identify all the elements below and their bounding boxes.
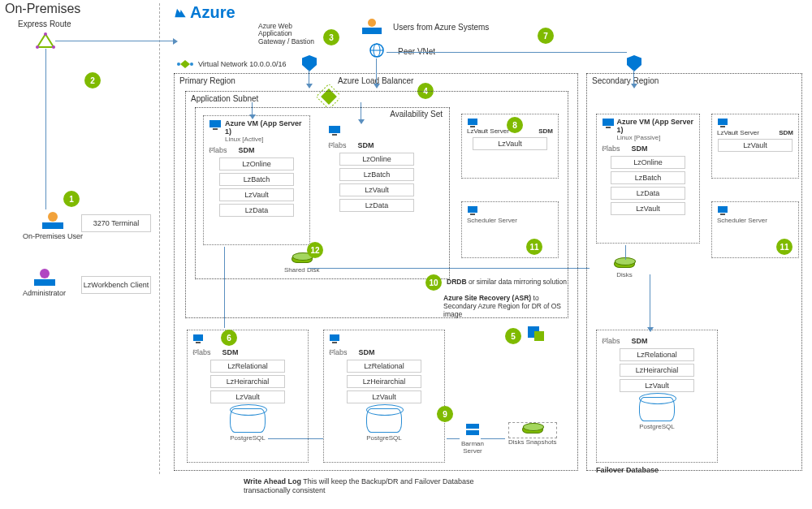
monitor-icon bbox=[467, 118, 478, 127]
snapshots: Disks Snapshots bbox=[508, 422, 557, 446]
monitor-icon bbox=[717, 205, 728, 215]
db2-label: PostgreSQL bbox=[329, 434, 439, 442]
vm1-sdm: SDM bbox=[238, 146, 254, 154]
vm2-mod-0: LzOnline bbox=[339, 153, 414, 166]
badge-11b: 11 bbox=[776, 239, 793, 255]
vm2-sdm: SDM bbox=[357, 141, 374, 149]
line-gw-lb bbox=[309, 70, 309, 84]
monitor-icon bbox=[328, 125, 341, 138]
svg-point-3 bbox=[36, 45, 39, 49]
svg-rect-27 bbox=[466, 430, 479, 435]
sec-lzvault-label: LzVault Server bbox=[717, 129, 759, 136]
db-icon bbox=[366, 408, 402, 433]
secondary-region-label: Secondary Region bbox=[592, 76, 659, 85]
availability-set-label: Availability Set bbox=[390, 110, 443, 119]
sec-lzvault-sdm: SDM bbox=[779, 129, 793, 136]
svg-marker-9 bbox=[180, 60, 190, 68]
express-route-icon bbox=[36, 32, 55, 50]
svg-rect-18 bbox=[468, 119, 477, 125]
badge-12: 12 bbox=[307, 242, 323, 258]
line-onprem-v bbox=[45, 49, 46, 209]
admin-label: Administrator bbox=[23, 289, 66, 297]
line-sec-down bbox=[633, 70, 634, 84]
sec-lzvault-box: LzVault Server SDM LzVault bbox=[711, 114, 799, 179]
svg-rect-36 bbox=[42, 222, 63, 229]
svg-rect-29 bbox=[534, 331, 544, 341]
db2-sdm: SDM bbox=[358, 348, 374, 356]
line-vm1-db1 bbox=[224, 247, 225, 328]
badge-10: 10 bbox=[425, 274, 442, 291]
app-subnet-label: Application Subnet bbox=[191, 94, 258, 103]
svg-rect-21 bbox=[470, 214, 475, 215]
monitor-icon bbox=[329, 334, 340, 343]
sec-db-sdm: SDM bbox=[631, 337, 647, 345]
sec-db-mod-2: LzVault bbox=[620, 379, 694, 392]
badge-1: 1 bbox=[63, 191, 80, 207]
svg-rect-16 bbox=[329, 126, 340, 133]
svg-point-2 bbox=[52, 45, 55, 49]
badge-11a: 11 bbox=[526, 239, 542, 255]
sec-vm-mod-0: LzOnline bbox=[611, 156, 685, 169]
line-er-azure bbox=[55, 41, 174, 41]
svg-rect-20 bbox=[468, 206, 477, 213]
svg-point-5 bbox=[368, 19, 376, 27]
vm1-mod-2: LzVault bbox=[219, 188, 294, 201]
vnet-icon bbox=[177, 58, 193, 70]
lzvault-server-label: LzVault Server bbox=[467, 127, 509, 135]
barman-label: Barman Server bbox=[461, 440, 484, 455]
svg-rect-17 bbox=[332, 134, 337, 136]
db2-mod-2: LzVault bbox=[347, 390, 421, 403]
db-icon bbox=[639, 397, 675, 421]
primary-region-label: Primary Region bbox=[179, 76, 235, 85]
monitor-icon bbox=[467, 205, 478, 215]
internet-icon bbox=[369, 42, 385, 60]
sec-db-mod-1: LzHeirarchial bbox=[620, 364, 694, 377]
monitor-icon bbox=[717, 118, 728, 127]
svg-point-1 bbox=[44, 32, 47, 36]
svg-rect-33 bbox=[720, 126, 725, 127]
svg-rect-26 bbox=[466, 424, 479, 429]
sec-vm-sub: Linux [Passive] bbox=[617, 134, 694, 141]
workbench-box: LzWorkbench Client bbox=[81, 276, 151, 294]
vm1-mod-1: LzBatch bbox=[219, 173, 294, 186]
svg-point-37 bbox=[48, 212, 58, 222]
svg-rect-23 bbox=[196, 342, 201, 343]
monitor-icon bbox=[602, 118, 614, 129]
onprem-title: On-Premises bbox=[5, 2, 80, 16]
svg-rect-30 bbox=[603, 119, 614, 126]
badge-3: 3 bbox=[323, 29, 339, 45]
vm2-box: ℓ²labsSDM LzOnline LzBatch LzVault LzDat… bbox=[323, 122, 430, 244]
svg-point-39 bbox=[40, 269, 50, 278]
line-internet-lb bbox=[376, 58, 377, 84]
server-icon bbox=[464, 422, 481, 438]
sec-db-mod-0: LzRelational bbox=[620, 348, 694, 361]
svg-rect-24 bbox=[330, 334, 339, 341]
footer-note: Write Ahead Log This will keep the Backu… bbox=[244, 477, 487, 495]
shield-icon-2 bbox=[627, 55, 641, 71]
line-sec-disk-db bbox=[650, 274, 650, 328]
line-lb-vm2 bbox=[361, 102, 361, 120]
onprem-user: On-Premises User bbox=[23, 209, 83, 240]
db2-mod-0: LzRelational bbox=[347, 360, 421, 373]
svg-rect-34 bbox=[718, 206, 728, 213]
badge-5: 5 bbox=[505, 328, 521, 344]
badge-2: 2 bbox=[84, 72, 101, 88]
sec-lzvault-mod: LzVault bbox=[718, 139, 793, 152]
badge-7: 7 bbox=[538, 28, 554, 44]
vm2-mod-2: LzVault bbox=[339, 183, 414, 196]
sec-disks-label: Disks bbox=[616, 271, 633, 278]
badge-9: 9 bbox=[437, 406, 453, 422]
drdb-note: DRDBDRDB or similar data mirroring solut… bbox=[447, 278, 567, 286]
badge-6: 6 bbox=[221, 330, 237, 346]
line-barman-snap bbox=[481, 438, 505, 439]
svg-rect-25 bbox=[332, 342, 337, 343]
svg-point-10 bbox=[177, 63, 180, 66]
terminal-box: 3270 Terminal bbox=[81, 214, 151, 232]
db2-mod-1: LzHeirarchial bbox=[347, 375, 421, 388]
express-route-label: Express Route bbox=[18, 19, 71, 28]
shield-icon-1 bbox=[302, 55, 317, 71]
disk-icon bbox=[522, 425, 543, 434]
sec-scheduler-label: Scheduler Server bbox=[717, 217, 793, 224]
svg-rect-32 bbox=[718, 119, 728, 125]
azure-title-text: Azure bbox=[190, 3, 235, 22]
